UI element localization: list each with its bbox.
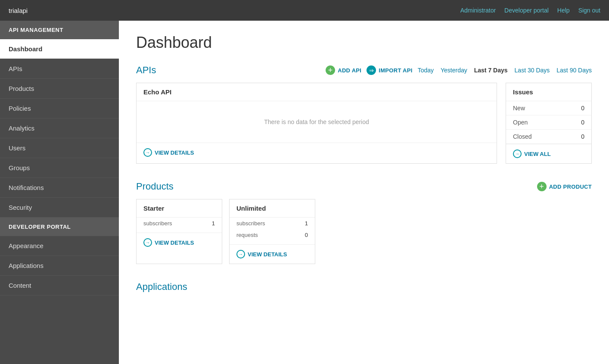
signout-link[interactable]: Sign out	[578, 7, 600, 14]
apis-section-title: APIs	[136, 65, 156, 76]
unlimited-subscribers-value: 1	[305, 220, 308, 227]
sidebar: API MANAGEMENT Dashboard APIs Products P…	[0, 21, 119, 364]
api-management-header: API MANAGEMENT	[0, 21, 119, 39]
issues-new-row: New 0	[506, 101, 591, 115]
issues-closed-count: 0	[581, 133, 584, 140]
sidebar-item-notifications[interactable]: Notifications	[0, 178, 119, 198]
starter-subscribers-label: subscribers	[143, 220, 172, 227]
unlimited-subscribers-row: subscribers 1	[230, 218, 315, 229]
sidebar-item-dashboard[interactable]: Dashboard	[0, 39, 119, 59]
starter-card-footer: → VIEW DETAILS	[137, 233, 222, 252]
import-api-label: IMPORT API	[379, 67, 412, 74]
issues-open-count: 0	[581, 119, 584, 126]
echo-api-view-details-label: VIEW DETAILS	[155, 149, 194, 156]
echo-api-footer: → VIEW DETAILS	[137, 143, 497, 162]
admin-link[interactable]: Administrator	[460, 7, 496, 14]
unlimited-arrow-icon: →	[236, 250, 245, 258]
issues-view-all-link[interactable]: → VIEW ALL	[513, 149, 584, 158]
apis-wrapper: Echo API There is no data for the select…	[136, 83, 592, 164]
apis-section-header: APIs + ADD API ⇒ IMPORT API Today Yester…	[136, 65, 592, 76]
issues-open-label: Open	[513, 119, 528, 126]
issues-open-row: Open 0	[506, 115, 591, 130]
filter-last30days[interactable]: Last 30 Days	[515, 67, 550, 74]
starter-arrow-icon: →	[143, 238, 152, 247]
sidebar-item-analytics[interactable]: Analytics	[0, 118, 119, 138]
brand-name: trialapi	[9, 7, 28, 14]
sidebar-item-content[interactable]: Content	[0, 276, 119, 296]
filter-last90days[interactable]: Last 90 Days	[556, 67, 592, 74]
starter-product-name: Starter	[137, 199, 222, 218]
sidebar-item-groups[interactable]: Groups	[0, 158, 119, 178]
products-section-title: Products	[136, 181, 174, 192]
sidebar-item-products[interactable]: Products	[0, 79, 119, 99]
import-api-icon: ⇒	[367, 65, 376, 75]
issues-new-label: New	[513, 105, 525, 112]
echo-api-empty-message: There is no data for the selected period	[137, 101, 497, 143]
sidebar-item-appearance[interactable]: Appearance	[0, 236, 119, 256]
add-api-button[interactable]: + ADD API	[326, 65, 361, 75]
unlimited-view-details-label: VIEW DETAILS	[248, 251, 287, 258]
starter-product-card: Starter subscribers 1 → VIEW DETAILS	[136, 199, 222, 264]
issues-panel: Issues New 0 Open 0 Closed 0 → VIEW ALL	[506, 83, 592, 164]
applications-title: Applications	[136, 281, 592, 292]
starter-view-details-label: VIEW DETAILS	[155, 240, 194, 246]
sidebar-item-policies[interactable]: Policies	[0, 99, 119, 118]
main-layout: API MANAGEMENT Dashboard APIs Products P…	[0, 21, 609, 364]
starter-subscribers-row: subscribers 1	[137, 218, 222, 229]
sidebar-item-users[interactable]: Users	[0, 138, 119, 158]
add-product-icon: +	[537, 182, 547, 191]
issues-closed-label: Closed	[513, 133, 532, 140]
arrow-circle-icon: →	[143, 148, 152, 157]
echo-api-view-details-link[interactable]: → VIEW DETAILS	[143, 148, 490, 157]
add-product-label: ADD PRODUCT	[549, 184, 592, 190]
issues-closed-row: Closed 0	[506, 130, 591, 144]
issues-new-count: 0	[581, 105, 584, 112]
products-grid: Starter subscribers 1 → VIEW DETAILS Unl…	[136, 199, 592, 264]
issues-title: Issues	[506, 83, 591, 101]
applications-section: Applications	[136, 281, 592, 292]
sidebar-item-apis[interactable]: APIs	[0, 59, 119, 79]
unlimited-view-details-link[interactable]: → VIEW DETAILS	[236, 250, 308, 258]
issues-view-all-label: VIEW ALL	[524, 151, 551, 157]
time-filters: Today Yesterday Last 7 Days Last 30 Days…	[418, 67, 592, 74]
products-header: Products + ADD PRODUCT	[136, 181, 592, 192]
add-api-icon: +	[326, 65, 335, 75]
import-api-button[interactable]: ⇒ IMPORT API	[367, 65, 412, 75]
sidebar-item-security[interactable]: Security	[0, 198, 119, 218]
add-product-button[interactable]: + ADD PRODUCT	[537, 182, 592, 191]
unlimited-subscribers-label: subscribers	[236, 220, 265, 227]
unlimited-product-card: Unlimited subscribers 1 requests 0 → VIE…	[229, 199, 315, 264]
content-area: Dashboard APIs + ADD API ⇒ IMPORT API To…	[119, 21, 609, 364]
add-api-label: ADD API	[338, 67, 361, 74]
page-title: Dashboard	[136, 34, 592, 52]
developer-portal-header: DEVELOPER PORTAL	[0, 218, 119, 236]
issues-arrow-icon: →	[513, 149, 522, 158]
topbar: trialapi Administrator Developer portal …	[0, 0, 609, 21]
unlimited-requests-row: requests 0	[230, 229, 315, 241]
help-link[interactable]: Help	[557, 7, 570, 14]
unlimited-requests-label: requests	[236, 232, 258, 238]
filter-yesterday[interactable]: Yesterday	[441, 67, 467, 74]
filter-today[interactable]: Today	[418, 67, 434, 74]
echo-api-card: Echo API There is no data for the select…	[136, 83, 497, 164]
unlimited-requests-value: 0	[305, 232, 308, 238]
echo-api-name: Echo API	[137, 83, 497, 101]
starter-view-details-link[interactable]: → VIEW DETAILS	[143, 238, 215, 247]
developer-portal-link[interactable]: Developer portal	[504, 7, 549, 14]
starter-subscribers-value: 1	[212, 220, 215, 227]
apis-actions: + ADD API ⇒ IMPORT API Today Yesterday L…	[326, 65, 592, 75]
filter-last7days[interactable]: Last 7 Days	[474, 67, 508, 74]
sidebar-item-applications[interactable]: Applications	[0, 256, 119, 276]
issues-footer: → VIEW ALL	[506, 144, 591, 163]
products-section: Products + ADD PRODUCT Starter subscribe…	[136, 181, 592, 264]
unlimited-card-footer: → VIEW DETAILS	[230, 244, 315, 264]
unlimited-product-name: Unlimited	[230, 199, 315, 218]
topbar-links: Administrator Developer portal Help Sign…	[460, 7, 600, 14]
